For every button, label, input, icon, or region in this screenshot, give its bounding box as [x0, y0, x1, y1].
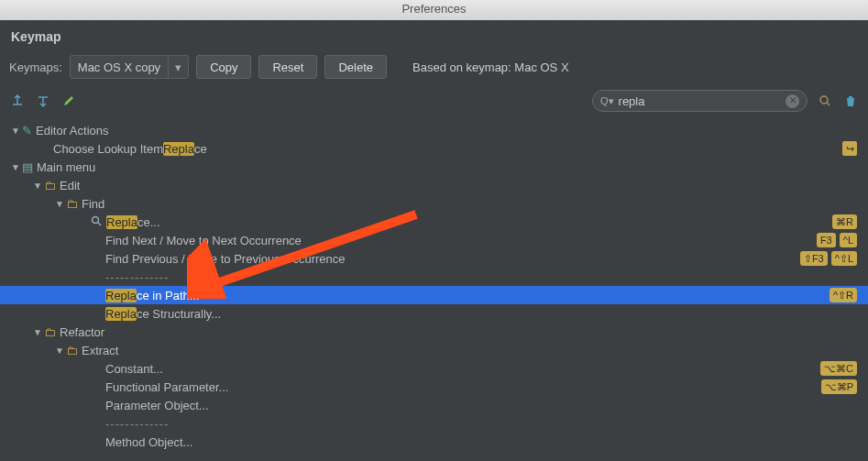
tree-label-post: ce	[194, 142, 207, 156]
tree-item-choose-lookup[interactable]: Choose Lookup Item Replace ↪	[0, 139, 868, 158]
editor-actions-icon: ✎	[22, 124, 32, 137]
keymap-select-value: Mac OS X copy	[71, 60, 168, 74]
tree-label: Find	[82, 197, 104, 211]
shortcut-badge: ⌘R	[832, 214, 857, 229]
tree-node-edit[interactable]: ▼ 🗀 Edit	[0, 176, 868, 194]
tree-separator: -------------	[0, 268, 868, 286]
disclosure-icon: ▼	[9, 162, 22, 172]
keymap-tree: ▼ ✎ Editor Actions Choose Lookup Item Re…	[0, 121, 868, 451]
tree-label: Find Previous / Move to Previous Occurre…	[105, 252, 346, 266]
clear-icon[interactable]: ✕	[786, 94, 799, 108]
shortcut-badge: ⇧F3	[800, 251, 828, 266]
match-highlight: Repla	[106, 215, 137, 229]
exit-icon: ↪	[842, 141, 857, 156]
shortcut-badge: ⌥⌘P	[821, 379, 857, 394]
edit-icon[interactable]	[60, 93, 77, 109]
tree-item-constant[interactable]: Constant... ⌥⌘C	[0, 359, 868, 378]
expand-all-icon[interactable]	[9, 93, 26, 109]
disclosure-icon: ▼	[31, 181, 44, 191]
find-icon	[90, 214, 103, 230]
disclosure-icon: ▼	[31, 327, 44, 337]
disclosure-icon: ▼	[9, 126, 22, 136]
shortcut-badge: ⌥⌘C	[820, 361, 857, 376]
tree-label: Find Next / Move to Next Occurrence	[105, 234, 302, 247]
tree-node-extract[interactable]: ▼ 🗀 Extract	[0, 341, 868, 359]
separator-label: -------------	[105, 417, 169, 431]
based-on-label: Based on keymap: Mac OS X	[412, 60, 569, 74]
tree-label-post: ce Structurally...	[137, 307, 221, 321]
tree-label: Refactor	[60, 325, 104, 339]
menu-icon: ▤	[22, 160, 33, 174]
collapse-all-icon[interactable]	[35, 93, 51, 109]
match-highlight: Repla	[105, 289, 137, 302]
trash-icon[interactable]	[842, 93, 859, 109]
tree-item-replace[interactable]: Replace... ⌘R	[0, 213, 868, 231]
tree-item-find-prev[interactable]: Find Previous / Move to Previous Occurre…	[0, 249, 868, 268]
window-title: Preferences	[401, 2, 466, 16]
match-highlight: Repla	[105, 307, 137, 321]
tree-label: Extract	[82, 344, 118, 357]
tree-label: Constant...	[105, 362, 163, 376]
reset-button[interactable]: Reset	[258, 55, 317, 79]
tree-item-find-next[interactable]: Find Next / Move to Next Occurrence F3 ^…	[0, 231, 868, 249]
keymap-toolbar: Keymaps: Mac OS X copy ▾ Copy Reset Dele…	[0, 48, 868, 88]
shortcut-badge: F3	[817, 233, 836, 247]
search-icon: Q▾	[600, 95, 614, 107]
search-field[interactable]	[619, 94, 781, 108]
disclosure-icon: ▼	[53, 346, 66, 356]
tree-item-method-obj[interactable]: Method Object...	[0, 433, 868, 451]
tree-label: Parameter Object...	[105, 399, 209, 412]
tree-label: Functional Parameter...	[105, 380, 228, 394]
delete-button[interactable]: Delete	[324, 55, 387, 79]
folder-icon: 🗀	[66, 344, 78, 357]
match-highlight: Repla	[163, 142, 194, 156]
tree-node-find[interactable]: ▼ 🗀 Find	[0, 194, 868, 213]
shortcut-badge: ^⇧L	[831, 251, 857, 266]
shortcut-badge: ^L	[840, 233, 857, 247]
tree-item-replace-in-path[interactable]: Replace in Path... ^⇧R	[0, 286, 868, 304]
tree-label: Main menu	[37, 160, 95, 174]
disclosure-icon: ▼	[53, 199, 66, 209]
panel-title: Keymap	[0, 20, 868, 48]
tree-label-post: ce...	[137, 215, 160, 229]
tree-toolbar: Q▾ ✕	[0, 88, 868, 117]
tree-node-refactor[interactable]: ▼ 🗀 Refactor	[0, 323, 868, 341]
tree-item-param-obj[interactable]: Parameter Object...	[0, 396, 868, 414]
tree-label: Editor Actions	[36, 124, 109, 137]
tree-label-post: ce in Path...	[137, 289, 200, 302]
window-titlebar: Preferences	[0, 0, 868, 20]
keymap-select[interactable]: Mac OS X copy ▾	[70, 55, 189, 79]
keymaps-label: Keymaps:	[9, 60, 62, 74]
chevron-down-icon: ▾	[168, 56, 188, 78]
tree-item-func-param[interactable]: Functional Parameter... ⌥⌘P	[0, 378, 868, 396]
folder-icon: 🗀	[44, 179, 56, 192]
search-input[interactable]: Q▾ ✕	[592, 90, 808, 112]
folder-icon: 🗀	[66, 197, 78, 211]
svg-point-0	[820, 96, 828, 104]
tree-node-editor-actions[interactable]: ▼ ✎ Editor Actions	[0, 121, 868, 139]
tree-item-replace-structurally[interactable]: Replace Structurally...	[0, 304, 868, 323]
tree-label-pre: Choose Lookup Item	[53, 142, 163, 156]
shortcut-badge: ^⇧R	[830, 288, 857, 302]
tree-label: Method Object...	[105, 435, 192, 449]
find-shortcut-icon[interactable]	[817, 93, 833, 109]
separator-label: -------------	[105, 270, 169, 284]
tree-node-main-menu[interactable]: ▼ ▤ Main menu	[0, 158, 868, 176]
copy-button[interactable]: Copy	[196, 55, 251, 79]
svg-point-1	[93, 216, 99, 223]
tree-separator: -------------	[0, 414, 868, 433]
tree-label: Edit	[60, 179, 80, 192]
folder-icon: 🗀	[44, 325, 56, 339]
